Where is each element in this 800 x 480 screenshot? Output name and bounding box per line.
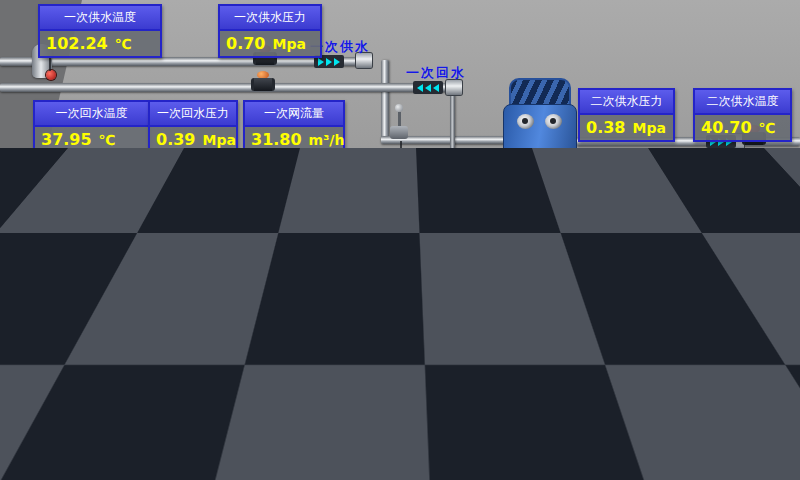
display-value: 36.63 [701, 273, 752, 292]
tank-manhole-icon [84, 358, 128, 396]
control-valve-stem-icon [398, 112, 401, 126]
pump-cap [492, 185, 512, 192]
display-label: 补水泵频率 [279, 380, 371, 405]
display-value: 102.24 [46, 34, 108, 53]
display-value: 40.70 [701, 118, 752, 137]
pump-neck [494, 220, 510, 227]
pump-motor [489, 190, 515, 220]
display-unit: m³ [87, 332, 108, 348]
pipe-coupling [446, 80, 462, 95]
display-unit: Mpa [632, 120, 665, 136]
display-value: 1.10 [41, 330, 80, 349]
heat-exchanger-port-icon [543, 182, 560, 197]
pump-run-indicator [498, 198, 508, 215]
pump-volute [239, 361, 275, 383]
pipe-label-makeup-water: 补水 [576, 401, 606, 419]
display-unit: Mpa [632, 275, 665, 291]
pump-run-indicator [253, 332, 263, 349]
pump-flange [228, 355, 238, 369]
display-label: 一次回水温度 [35, 102, 148, 127]
valve-primary-return[interactable] [251, 71, 275, 91]
flow-arrows-left-icon [413, 81, 443, 94]
valve-bypass[interactable] [543, 296, 557, 330]
display-secondary-return-pressure: 二次回水压力 0.27Mpa [578, 243, 675, 297]
pipe-primary-supply-drop [381, 60, 389, 142]
display-label: 一次网流量 [245, 102, 343, 127]
pump-volute [484, 227, 520, 249]
display-unit: ℃ [759, 120, 776, 136]
display-makeup-pump-frequency: 补水泵频率 33.88Hz [277, 378, 373, 432]
display-value: 31.80 [251, 130, 302, 149]
pump-cap [247, 319, 267, 326]
tank-leg [112, 414, 121, 466]
control-valve[interactable] [390, 104, 408, 139]
tank-leg [62, 414, 71, 472]
pump-flange [224, 421, 234, 435]
pump-motor [240, 390, 266, 420]
display-value: 0.27 [586, 273, 625, 292]
pump-neck [439, 226, 455, 233]
flow-arrows-left-icon [516, 329, 546, 342]
display-label: 二次回水温度 [695, 245, 790, 270]
display-value: 5.92 [365, 182, 404, 201]
display-primary-supply-pressure: 一次供水压力 0.70Mpa [218, 4, 322, 58]
control-valve-body-icon [390, 126, 408, 139]
display-label: 一次回水压力 [150, 102, 236, 127]
heat-exchanger-port-icon [545, 114, 562, 129]
circulation-pump-2[interactable] [482, 190, 522, 249]
display-secondary-supply-temp: 二次供水温度 40.70℃ [693, 88, 792, 142]
tank-leg [16, 414, 25, 462]
display-secondary-return-temp: 二次回水温度 36.63℃ [693, 243, 792, 297]
pump-flange [276, 355, 286, 369]
pump-neck [245, 420, 261, 427]
display-unit: Hz [343, 410, 363, 426]
pipe-return-branch [450, 282, 455, 334]
display-primary-supply-temp: 一次供水温度 102.24℃ [38, 4, 162, 58]
pump-run-indicator [249, 398, 259, 415]
display-unit: Mpa [202, 132, 235, 148]
display-label: 二次回水压力 [580, 245, 673, 270]
control-valve-stem-icon [395, 104, 403, 112]
pipe-label-primary-return: 一次回水 [406, 64, 466, 82]
display-value: 0.39 [156, 130, 195, 149]
pipe-coupling [604, 384, 620, 399]
hmi-heat-exchange-station-screen: 一次供水 一次回水 二次供水 二次回水 补水 一次供水温度 102.24℃ 一次… [0, 0, 800, 480]
pipe-hx-downcomer [544, 222, 549, 298]
display-label: 阀门开度值 [359, 154, 448, 179]
display-value: 37.95 [41, 130, 92, 149]
display-unit: ℃ [99, 132, 116, 148]
display-primary-return-temp: 一次回水温度 37.95℃ [33, 100, 150, 154]
flow-arrows-left-icon [489, 293, 519, 306]
valve-handle-icon [545, 296, 555, 304]
display-label: 二次供水压力 [580, 90, 673, 115]
makeup-pump-2[interactable] [233, 390, 273, 449]
pipe-primary-return [0, 83, 458, 92]
display-label: 二次供水温度 [695, 90, 790, 115]
valve-body-icon [251, 78, 275, 91]
display-unit: ℃ [759, 275, 776, 291]
pump-motor [244, 324, 270, 354]
display-primary-return-pressure: 一次回水压力 0.39Mpa [148, 100, 238, 154]
pump-neck [249, 354, 265, 361]
display-unit: m³/h [309, 132, 345, 148]
display-label: 一次供水温度 [40, 6, 160, 31]
display-value: 0.38 [586, 118, 625, 137]
tank-manhole-icon [22, 360, 66, 398]
makeup-pump-1[interactable] [237, 324, 277, 383]
pump-volute [429, 233, 465, 255]
display-primary-flow: 一次网流量 31.80m³/h [243, 100, 345, 154]
pipe-tank-elbow-drop [200, 363, 205, 429]
display-unit: % [411, 184, 425, 200]
heat-exchanger-port-icon [517, 114, 534, 129]
display-secondary-supply-pressure: 二次供水压力 0.38Mpa [578, 88, 675, 142]
pump-run-indicator [443, 204, 453, 221]
pipe-label-secondary-return: 二次回水 [716, 308, 776, 326]
flow-arrows-right-icon [570, 386, 600, 399]
pump-volute [235, 427, 271, 449]
display-value: 0.70 [226, 34, 265, 53]
display-value: 33.88 [285, 408, 336, 427]
display-label: 一次供水压力 [220, 6, 320, 31]
pressure-gauge-icon [46, 70, 56, 80]
valve-body-icon [544, 304, 556, 330]
display-valve-opening: 阀门开度值 5.92% [357, 152, 450, 206]
